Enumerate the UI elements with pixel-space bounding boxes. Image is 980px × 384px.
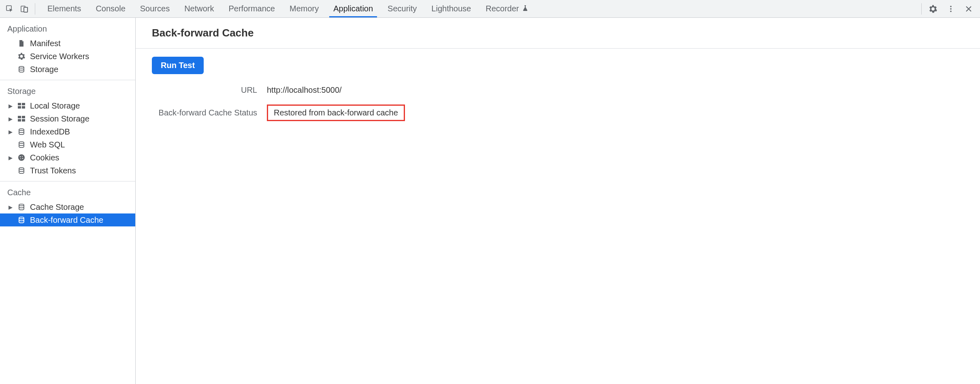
database-icon — [17, 66, 26, 73]
tab-recorder[interactable]: Recorder — [478, 0, 536, 17]
tab-application[interactable]: Application — [326, 0, 380, 17]
svg-rect-12 — [18, 116, 21, 118]
close-devtools-icon[interactable] — [963, 3, 974, 15]
cookie-icon — [17, 154, 26, 161]
tab-label: Sources — [140, 4, 170, 13]
svg-point-19 — [20, 156, 21, 158]
sidebar-heading-storage: Storage — [0, 85, 135, 99]
sidebar-item-cache-storage[interactable]: ▸ Cache Storage — [0, 201, 135, 213]
tab-label: Performance — [229, 4, 275, 13]
tab-console[interactable]: Console — [88, 0, 132, 17]
sidebar-item-websql[interactable]: ▸ Web SQL — [0, 138, 135, 151]
database-icon — [17, 216, 26, 224]
svg-point-22 — [20, 158, 21, 159]
sidebar-item-label: Session Storage — [30, 114, 89, 124]
gear-icon — [17, 53, 26, 60]
grid-icon — [17, 116, 26, 122]
topbar-left-tools — [4, 3, 35, 15]
devtools-tabs: Elements Console Sources Network Perform… — [40, 0, 536, 17]
sidebar-item-trust-tokens[interactable]: ▸ Trust Tokens — [0, 164, 135, 177]
database-icon — [17, 128, 26, 135]
tab-label: Elements — [47, 4, 81, 13]
svg-rect-10 — [18, 106, 21, 109]
sidebar-item-label: Cache Storage — [30, 203, 84, 212]
svg-rect-15 — [22, 119, 25, 122]
svg-point-21 — [22, 158, 23, 159]
sidebar-heading-cache: Cache — [0, 186, 135, 201]
database-icon — [17, 203, 26, 211]
sidebar-section-application: Application ▸ Manifest ▸ Service Workers — [0, 23, 135, 80]
svg-rect-11 — [22, 106, 25, 109]
sidebar-item-label: Service Workers — [30, 52, 89, 61]
svg-point-4 — [950, 6, 952, 7]
sidebar-section-storage: Storage ▸ Local Storage ▸ Session Storag… — [0, 80, 135, 181]
database-icon — [17, 141, 26, 148]
tab-label: Application — [333, 4, 373, 13]
sidebar-item-session-storage[interactable]: ▸ Session Storage — [0, 112, 135, 125]
svg-point-7 — [19, 66, 24, 68]
chevron-right-icon[interactable]: ▸ — [8, 202, 13, 212]
tab-sources[interactable]: Sources — [133, 0, 177, 17]
sidebar-item-indexeddb[interactable]: ▸ IndexedDB — [0, 125, 135, 138]
svg-rect-2 — [24, 7, 28, 12]
devtools-topbar: Elements Console Sources Network Perform… — [0, 0, 980, 18]
svg-point-24 — [19, 204, 24, 206]
sidebar-heading-application: Application — [0, 23, 135, 37]
svg-point-20 — [22, 156, 23, 157]
tab-security[interactable]: Security — [380, 0, 424, 17]
run-test-button[interactable]: Run Test — [152, 57, 204, 74]
tab-performance[interactable]: Performance — [222, 0, 283, 17]
svg-point-25 — [19, 217, 24, 219]
svg-point-17 — [19, 142, 24, 143]
chevron-right-icon[interactable]: ▸ — [8, 127, 13, 137]
sidebar-item-storage-root[interactable]: ▸ Storage — [0, 63, 135, 76]
sidebar-item-manifest[interactable]: ▸ Manifest — [0, 37, 135, 50]
sidebar-item-cookies[interactable]: ▸ Cookies — [0, 151, 135, 164]
file-icon — [17, 40, 26, 47]
topbar-right-tools — [921, 3, 980, 15]
sidebar-item-label: Trust Tokens — [30, 166, 76, 175]
sidebar-item-label: Storage — [30, 65, 58, 74]
sidebar-item-service-workers[interactable]: ▸ Service Workers — [0, 50, 135, 63]
tab-label: Lighthouse — [431, 4, 471, 13]
tab-network[interactable]: Network — [177, 0, 221, 17]
sidebar-item-label: Cookies — [30, 153, 59, 162]
sidebar-section-cache: Cache ▸ Cache Storage ▸ Back-forward Cac… — [0, 181, 135, 230]
tab-label: Memory — [290, 4, 319, 13]
svg-point-5 — [950, 8, 952, 10]
content-pane: Back-forward Cache Run Test URL http://l… — [136, 18, 980, 384]
bfcache-status-key: Back-forward Cache Status — [152, 108, 257, 117]
svg-point-16 — [19, 129, 24, 130]
inspect-element-icon[interactable] — [4, 3, 15, 15]
tab-label: Recorder — [486, 4, 519, 13]
bfcache-info-grid: URL http://localhost:5000/ Back-forward … — [152, 85, 964, 121]
sidebar-item-label: IndexedDB — [30, 127, 70, 137]
tab-lighthouse[interactable]: Lighthouse — [424, 0, 478, 17]
tab-label: Network — [184, 4, 214, 13]
more-options-icon[interactable] — [945, 3, 957, 15]
bfcache-status-value: Restored from back-forward cache — [267, 105, 405, 121]
sidebar-item-label: Web SQL — [30, 140, 65, 149]
content-heading: Back-forward Cache — [136, 18, 980, 49]
svg-rect-9 — [22, 103, 25, 105]
tab-label: Security — [388, 4, 417, 13]
flask-icon — [522, 4, 528, 13]
device-toolbar-icon[interactable] — [19, 3, 30, 15]
tab-elements[interactable]: Elements — [40, 0, 88, 17]
sidebar-item-back-forward-cache[interactable]: ▸ Back-forward Cache — [0, 213, 135, 226]
grid-icon — [17, 103, 26, 109]
svg-point-6 — [950, 11, 952, 12]
chevron-right-icon[interactable]: ▸ — [8, 114, 13, 124]
chevron-right-icon[interactable]: ▸ — [8, 101, 13, 111]
settings-gear-icon[interactable] — [927, 3, 939, 15]
application-sidebar: Application ▸ Manifest ▸ Service Workers — [0, 18, 136, 384]
content-body: Run Test URL http://localhost:5000/ Back… — [136, 49, 980, 129]
url-value: http://localhost:5000/ — [267, 85, 964, 95]
sidebar-item-label: Manifest — [30, 39, 61, 48]
sidebar-item-local-storage[interactable]: ▸ Local Storage — [0, 99, 135, 112]
sidebar-item-label: Local Storage — [30, 101, 80, 111]
database-icon — [17, 167, 26, 174]
svg-point-23 — [19, 168, 24, 169]
tab-memory[interactable]: Memory — [282, 0, 326, 17]
chevron-right-icon[interactable]: ▸ — [8, 153, 13, 162]
